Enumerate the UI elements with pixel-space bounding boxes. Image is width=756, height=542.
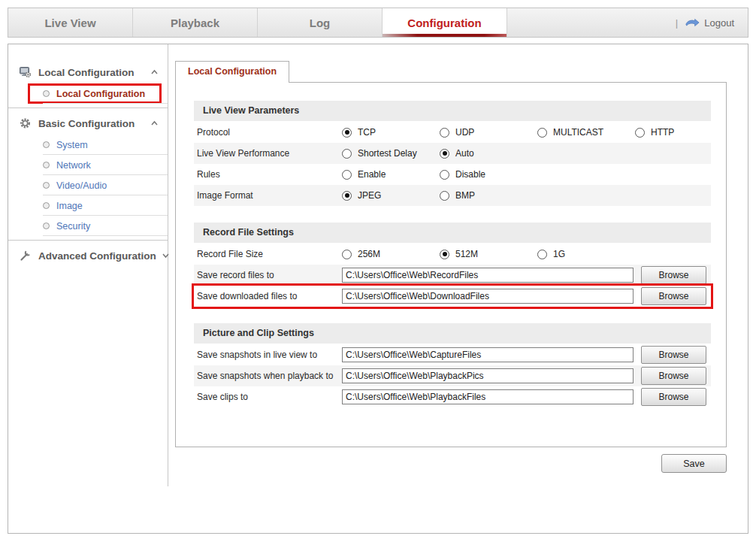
tab-playback[interactable]: Playback [133, 8, 258, 37]
tab-configuration[interactable]: Configuration [383, 8, 507, 37]
radio-input[interactable] [635, 128, 645, 138]
radio-input[interactable] [440, 128, 449, 138]
sidebar-item-local-configuration[interactable]: Local Configuration [8, 83, 168, 104]
browse-button[interactable]: Browse [641, 388, 706, 406]
browse-button[interactable]: Browse [641, 367, 706, 385]
radio-input[interactable] [342, 170, 352, 180]
save-button-row: Save [175, 454, 727, 473]
form-row-image-format: Image Format JPEG BMP [194, 185, 711, 206]
radio-option-512m[interactable]: 512M [440, 249, 537, 259]
bullet-icon [43, 162, 50, 168]
radio-label: Enable [358, 169, 386, 180]
form-row-protocol: Protocol TCP UDP MULTICAST [194, 122, 711, 143]
radio-input[interactable] [440, 250, 449, 259]
sidebar-item-image[interactable]: Image [8, 195, 168, 216]
sidebar-item-system[interactable]: System [8, 135, 168, 155]
gear-icon [19, 117, 32, 129]
form-row-save-record-files: Save record files to Browse [194, 265, 711, 286]
nav-separator: | [676, 17, 678, 29]
sidebar-item-label: Video/Audio [56, 180, 107, 191]
sidebar-group-label: Basic Configuration [38, 118, 135, 129]
browse-button[interactable]: Browse [641, 346, 706, 364]
tab-label: Log [310, 17, 331, 29]
bullet-icon [43, 223, 50, 229]
radio-label: BMP [455, 190, 475, 201]
tab-log[interactable]: Log [258, 8, 383, 37]
tab-label: Configuration [407, 17, 481, 29]
radio-option-shortest-delay[interactable]: Shortest Delay [342, 148, 440, 159]
browse-button[interactable]: Browse [641, 287, 706, 305]
field-label: Save snapshots in live view to [197, 350, 342, 360]
save-clips-input[interactable] [342, 389, 634, 404]
save-button[interactable]: Save [661, 454, 727, 473]
field-label: Save downloaded files to [197, 291, 342, 301]
radio-option-bmp[interactable]: BMP [440, 190, 537, 201]
radio-input[interactable] [342, 191, 352, 201]
sidebar-group-basic-configuration[interactable]: Basic Configuration [8, 112, 168, 135]
field-label: Record File Size [197, 249, 342, 259]
radio-option-tcp[interactable]: TCP [342, 127, 440, 138]
save-snapshots-live-view-input[interactable] [342, 347, 634, 362]
sidebar-divider [8, 240, 168, 241]
sidebar-item-security[interactable]: Security [8, 216, 168, 236]
radio-input[interactable] [342, 149, 352, 159]
logout-button[interactable]: Logout [685, 17, 734, 29]
radio-option-1g[interactable]: 1G [537, 249, 635, 259]
tab-local-configuration-page[interactable]: Local Configuration [175, 61, 289, 83]
section-record-file-settings: Record File Settings Record File Size 25… [194, 223, 711, 307]
radio-label: TCP [358, 127, 376, 138]
radio-option-disable[interactable]: Disable [440, 169, 537, 180]
radio-input[interactable] [440, 191, 449, 201]
content-area: Local Configuration Local Configuration … [8, 44, 748, 534]
form-row-rules: Rules Enable Disable [194, 164, 711, 185]
sidebar: Local Configuration Local Configuration … [8, 44, 168, 486]
sidebar-divider [8, 107, 168, 108]
radio-input[interactable] [440, 149, 449, 159]
sidebar-item-label: Local Configuration [56, 89, 145, 99]
sidebar-item-network[interactable]: Network [8, 155, 168, 175]
save-record-files-input[interactable] [342, 268, 634, 283]
page-tab-label: Local Configuration [188, 66, 277, 77]
tab-label: Live View [44, 17, 95, 29]
sidebar-item-video-audio[interactable]: Video/Audio [8, 175, 168, 195]
radio-input[interactable] [537, 128, 547, 138]
radio-option-udp[interactable]: UDP [440, 127, 537, 138]
field-label: Live View Performance [197, 148, 342, 159]
save-downloaded-files-input[interactable] [342, 289, 634, 304]
sidebar-group-label: Local Configuration [38, 67, 135, 78]
chevron-up-icon [150, 120, 159, 126]
sidebar-group-advanced-configuration[interactable]: Advanced Configuration [8, 244, 168, 267]
main-panel: Local Configuration Live View Parameters… [175, 61, 727, 473]
radio-option-256m[interactable]: 256M [342, 249, 440, 259]
radio-input[interactable] [342, 128, 352, 138]
radio-option-jpeg[interactable]: JPEG [342, 190, 440, 201]
radio-label: Shortest Delay [358, 148, 417, 159]
radio-label: UDP [455, 127, 474, 138]
radio-input[interactable] [440, 170, 449, 180]
radio-option-http[interactable]: HTTP [635, 127, 733, 138]
radio-option-multicast[interactable]: MULTICAST [537, 127, 635, 138]
form-row-save-downloaded-files: Save downloaded files to Browse [194, 286, 711, 307]
radio-input[interactable] [537, 250, 547, 259]
bullet-icon [43, 141, 50, 148]
radio-option-auto[interactable]: Auto [440, 148, 537, 159]
field-label: Protocol [197, 127, 342, 138]
radio-option-enable[interactable]: Enable [342, 169, 440, 180]
field-label: Save record files to [197, 270, 342, 280]
sidebar-item-label: System [56, 140, 88, 150]
sidebar-item-label: Network [56, 160, 91, 171]
save-snapshots-playback-input[interactable] [342, 368, 634, 383]
sidebar-group-label: Advanced Configuration [38, 250, 156, 262]
form-row-record-file-size: Record File Size 256M 512M 1G [194, 244, 711, 265]
sidebar-group-local-configuration[interactable]: Local Configuration [8, 61, 168, 83]
section-title: Record File Settings [194, 223, 711, 243]
bullet-icon [43, 182, 50, 189]
radio-input[interactable] [342, 250, 352, 259]
form-row-save-snapshots-playback: Save snapshots when playback to Browse [194, 365, 711, 386]
radio-label: JPEG [358, 190, 381, 201]
browse-button[interactable]: Browse [641, 266, 706, 284]
radio-label: 1G [553, 249, 565, 259]
radio-label: MULTICAST [553, 127, 603, 138]
chevron-up-icon [150, 69, 159, 75]
tab-live-view[interactable]: Live View [8, 8, 133, 37]
